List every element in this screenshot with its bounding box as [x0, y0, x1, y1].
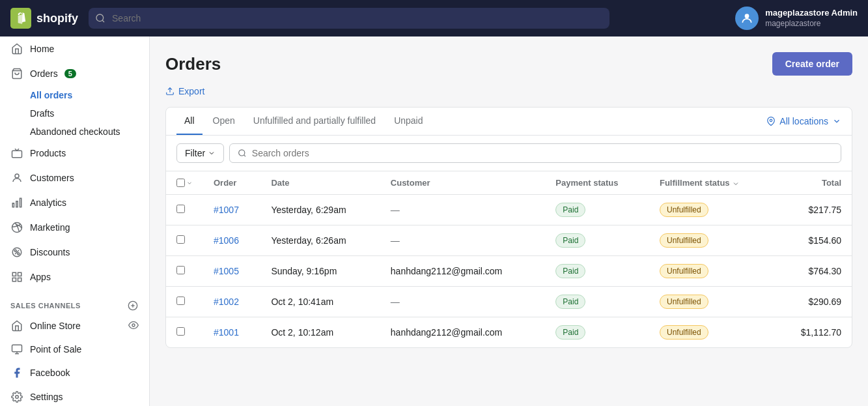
search-icon: [95, 13, 105, 23]
avatar: [735, 7, 759, 30]
sidebar-item-discounts[interactable]: Discounts: [0, 240, 149, 265]
row-date: Oct 2, 10:12am: [260, 317, 380, 348]
logo[interactable]: shopify: [10, 8, 78, 29]
svg-point-27: [239, 150, 245, 156]
payment-badge: Paid: [555, 264, 585, 278]
svg-rect-4: [12, 151, 22, 158]
tab-all[interactable]: All: [176, 108, 203, 135]
export-icon: [165, 87, 175, 96]
fulfillment-badge: Unfulfilled: [660, 325, 708, 340]
table-row: #1001 Oct 2, 10:12am hanhdang2112@gmail.…: [166, 317, 852, 348]
tab-unpaid[interactable]: Unpaid: [386, 108, 430, 135]
sidebar-item-products[interactable]: Products: [0, 141, 149, 166]
home-icon: [10, 42, 23, 55]
select-all-checkbox[interactable]: [176, 179, 185, 187]
create-order-button[interactable]: Create order: [772, 52, 852, 76]
sidebar-subitem-drafts[interactable]: Drafts: [0, 104, 149, 123]
page-title: Orders: [165, 54, 221, 74]
row-checkbox[interactable]: [176, 327, 185, 336]
sidebar-item-apps[interactable]: Apps: [0, 265, 149, 289]
row-customer: —: [380, 195, 546, 225]
row-order: #1007: [203, 195, 260, 225]
sidebar-item-label: Discounts: [30, 247, 70, 257]
table-row: #1006 Yesterday, 6:26am — Paid Unfulfill…: [166, 225, 852, 256]
row-checkbox-cell: [166, 195, 203, 225]
filter-button[interactable]: Filter: [176, 143, 224, 163]
sidebar-item-orders[interactable]: Orders 5: [0, 61, 149, 86]
tab-unfulfilled[interactable]: Unfulfilled and partially fulfilled: [245, 108, 384, 135]
sidebar-item-marketing[interactable]: Marketing: [0, 215, 149, 240]
row-checkbox[interactable]: [176, 205, 185, 213]
select-all-chevron[interactable]: [186, 180, 193, 186]
export-button[interactable]: Export: [165, 83, 204, 99]
sidebar-item-home[interactable]: Home: [0, 36, 149, 61]
user-menu[interactable]: mageplazastore Admin mageplazastore: [735, 7, 858, 30]
svg-point-24: [16, 396, 19, 399]
pos-icon: [10, 343, 23, 356]
order-link[interactable]: #1005: [214, 266, 239, 276]
discounts-icon: [10, 246, 23, 259]
col-fulfillment[interactable]: Fulfillment status: [649, 171, 775, 195]
table-row: #1007 Yesterday, 6:29am — Paid Unfulfill…: [166, 195, 852, 225]
row-payment: Paid: [545, 195, 649, 225]
eye-icon[interactable]: [128, 320, 139, 332]
select-all-header: [166, 171, 203, 195]
sidebar-item-analytics[interactable]: Analytics: [0, 190, 149, 215]
sidebar-item-label: Products: [30, 148, 66, 158]
row-customer: hanhdang2112@gmail.com: [380, 256, 546, 287]
row-total: $154.60: [775, 225, 852, 256]
row-customer: hanhdang2112@gmail.com: [380, 317, 546, 348]
payment-badge: Paid: [555, 233, 585, 248]
shopify-logo-icon: [10, 8, 31, 29]
sidebar-channel-pos[interactable]: Point of Sale: [0, 338, 149, 361]
svg-point-1: [96, 14, 104, 22]
row-payment: Paid: [545, 256, 649, 287]
row-fulfillment: Unfulfilled: [649, 317, 775, 348]
svg-point-2: [745, 14, 749, 18]
order-link[interactable]: #1006: [214, 235, 239, 246]
orders-card: All Open Unfulfilled and partially fulfi…: [165, 107, 852, 348]
payment-badge: Paid: [555, 295, 585, 309]
filters-bar: Filter: [166, 136, 852, 171]
fulfillment-badge: Unfulfilled: [660, 233, 708, 248]
chevron-down-icon: [832, 117, 841, 126]
orders-tabs: All Open Unfulfilled and partially fulfi…: [166, 108, 852, 136]
row-order: #1002: [203, 287, 260, 317]
row-fulfillment: Unfulfilled: [649, 195, 775, 225]
col-total: Total: [775, 171, 852, 195]
fulfillment-badge: Unfulfilled: [660, 264, 708, 278]
topnav: shopify mageplazastore Admin mageplazast…: [0, 0, 868, 36]
row-date: Sunday, 9:16pm: [260, 256, 380, 287]
sidebar-channel-online-store[interactable]: Online Store: [0, 314, 149, 338]
sidebar-item-settings[interactable]: Settings: [0, 384, 149, 406]
tab-open[interactable]: Open: [205, 108, 243, 135]
row-checkbox[interactable]: [176, 297, 185, 305]
sidebar-subitem-all-orders[interactable]: All orders: [0, 86, 149, 104]
channel-label: Point of Sale: [30, 344, 81, 355]
channel-label: Facebook: [30, 368, 70, 378]
row-customer: —: [380, 225, 546, 256]
svg-rect-14: [18, 272, 21, 276]
location-icon: [766, 117, 776, 126]
search-input[interactable]: [89, 8, 609, 29]
order-link[interactable]: #1001: [214, 327, 239, 338]
sidebar-item-customers[interactable]: Customers: [0, 166, 149, 190]
svg-point-10: [14, 250, 16, 252]
svg-rect-15: [12, 278, 16, 282]
sidebar-item-label: Customers: [30, 173, 74, 183]
sidebar-subitem-abandoned[interactable]: Abandoned checkouts: [0, 123, 149, 141]
sidebar-channel-facebook[interactable]: Facebook: [0, 361, 149, 384]
location-filter[interactable]: All locations: [766, 116, 841, 126]
row-checkbox[interactable]: [176, 235, 185, 244]
add-channel-icon[interactable]: [127, 300, 139, 312]
user-store: mageplazastore: [765, 19, 858, 29]
row-fulfillment: Unfulfilled: [649, 256, 775, 287]
order-link[interactable]: #1007: [214, 205, 239, 215]
row-fulfillment: Unfulfilled: [649, 225, 775, 256]
page-header: Orders Create order: [165, 52, 852, 76]
search-orders-input[interactable]: [252, 148, 833, 158]
row-checkbox[interactable]: [176, 266, 185, 274]
sales-channels-label: SALES CHANNELS: [10, 302, 81, 310]
channel-label: Online Store: [30, 321, 81, 331]
order-link[interactable]: #1002: [214, 297, 239, 307]
